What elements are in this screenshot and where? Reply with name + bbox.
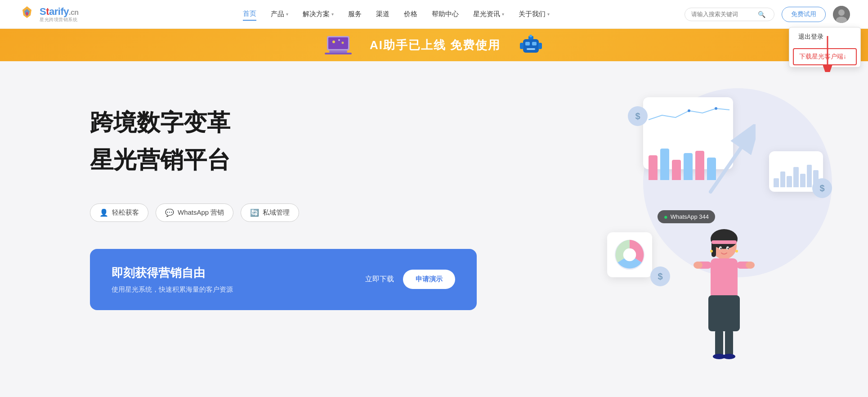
mini-bar-3 (787, 176, 792, 187)
svg-rect-13 (329, 50, 347, 53)
svg-point-37 (746, 262, 755, 269)
hero-title-line2: 星光营销平台 (90, 144, 553, 176)
hero-section: 跨境数字变革 星光营销平台 👤 轻松获客 💬 WhatsApp 营销 🔄 私域管… (0, 61, 553, 376)
nav-item-solutions[interactable]: 解决方案 ▾ (303, 8, 334, 20)
cta-left: 即刻获得营销自由 使用星光系统，快速积累海量的客户资源 (112, 265, 233, 294)
search-box[interactable]: 🔍 (685, 8, 774, 21)
pie-chart-card (607, 232, 652, 277)
woman-illustration (679, 223, 769, 367)
banner-robot-icon (519, 34, 543, 56)
nav-item-products[interactable]: 产品 ▾ (271, 8, 288, 20)
svg-point-23 (688, 109, 690, 112)
pie-chart (613, 237, 647, 273)
svg-rect-14 (325, 53, 352, 54)
nav-item-about[interactable]: 关于我们 ▾ (519, 8, 550, 20)
tag-private-domain[interactable]: 🔄 私域管理 (241, 203, 299, 222)
whatsapp-badge: ● WhatsApp 344 (658, 210, 715, 223)
svg-point-36 (694, 262, 702, 269)
svg-point-4 (838, 9, 845, 16)
svg-rect-33 (711, 258, 738, 299)
whatsapp-badge-icon: ● (664, 213, 668, 221)
whatsapp-badge-text: WhatsApp 344 (671, 213, 709, 220)
bar-4 (684, 153, 693, 180)
banner-text: AI助手已上线 免费使用 (370, 37, 501, 53)
nav-item-channel[interactable]: 渠道 (376, 8, 389, 20)
svg-rect-38 (708, 295, 740, 331)
mini-bar-1 (774, 178, 779, 187)
nav-item-help[interactable]: 帮助中心 (432, 8, 459, 20)
search-icon: 🔍 (758, 11, 765, 18)
free-trial-button[interactable]: 免费试用 (782, 7, 826, 22)
svg-rect-18 (527, 48, 535, 50)
main-nav: 首页 产品 ▾ 解决方案 ▾ 服务 渠道 价格 帮助中心 星光资讯 ▾ 关于我们… (108, 8, 685, 21)
svg-point-44 (735, 250, 738, 253)
cta-right: 立即下载 申请演示 (365, 270, 455, 289)
nav-item-news[interactable]: 星光资讯 ▾ (473, 8, 504, 20)
svg-point-47 (720, 248, 722, 249)
search-input[interactable] (691, 11, 754, 18)
cta-title: 即刻获得营销自由 (112, 265, 233, 281)
svg-point-24 (715, 107, 717, 110)
svg-rect-9 (328, 37, 348, 49)
trend-arrow-svg (702, 124, 756, 196)
logo-sub-text: 星光跨境营销系统 (40, 17, 79, 22)
chevron-down-icon: ▾ (502, 12, 504, 17)
woman-figure (679, 223, 769, 367)
header-right: 🔍 免费试用 (685, 6, 850, 23)
main-content: 跨境数字变革 星光营销平台 👤 轻松获客 💬 WhatsApp 营销 🔄 私域管… (0, 61, 868, 376)
chevron-down-icon: ▾ (547, 12, 550, 17)
svg-point-11 (338, 39, 340, 41)
bar-2 (660, 149, 669, 180)
svg-point-12 (341, 42, 344, 44)
header: Starify.cn 星光跨境营销系统 首页 产品 ▾ 解决方案 ▾ 服务 渠道… (0, 0, 868, 29)
logo-text: Starify.cn 星光跨境营销系统 (40, 6, 79, 22)
cta-download-link[interactable]: 立即下载 (365, 275, 394, 284)
chevron-down-icon: ▾ (331, 12, 334, 17)
svg-point-48 (728, 248, 729, 249)
red-arrow-indicator (814, 36, 841, 74)
cta-card: 即刻获得营销自由 使用星光系统，快速积累海量的客户资源 立即下载 申请演示 (90, 249, 477, 310)
nav-item-service[interactable]: 服务 (348, 8, 362, 20)
svg-rect-16 (525, 42, 530, 45)
tag-whatsapp-marketing[interactable]: 💬 WhatsApp 营销 (156, 203, 233, 222)
logo-icon (18, 5, 36, 23)
cta-demo-button[interactable]: 申请演示 (403, 270, 455, 289)
chevron-down-icon: ▾ (286, 12, 288, 17)
dollar-icon-1: $ (628, 106, 648, 126)
dollar-icon-2: $ (812, 178, 832, 198)
logo-main-text: Starify.cn (40, 6, 79, 17)
svg-point-42 (723, 354, 735, 359)
trend-arrow (702, 124, 756, 198)
banner-laptop-icon (325, 34, 352, 56)
ai-banner: AI助手已上线 免费使用 (0, 29, 868, 61)
mini-bar-5 (800, 174, 805, 187)
logo[interactable]: Starify.cn 星光跨境营销系统 (18, 5, 108, 23)
svg-rect-32 (711, 240, 737, 244)
svg-rect-22 (538, 43, 542, 49)
svg-rect-15 (523, 39, 539, 53)
person-icon: 👤 (99, 208, 108, 217)
mini-bar-6 (807, 165, 812, 187)
mini-bar-2 (780, 171, 786, 187)
mini-bar-4 (793, 167, 799, 187)
avatar[interactable] (833, 6, 850, 23)
svg-point-10 (332, 41, 335, 43)
dollar-icon-3: $ (650, 266, 670, 286)
svg-point-43 (710, 250, 713, 253)
nav-item-pricing[interactable]: 价格 (404, 8, 417, 20)
feature-tags: 👤 轻松获客 💬 WhatsApp 营销 🔄 私域管理 (90, 203, 553, 222)
refresh-icon: 🔄 (250, 208, 259, 217)
svg-rect-40 (725, 329, 733, 356)
tag-easy-customer[interactable]: 👤 轻松获客 (90, 203, 148, 222)
svg-point-26 (623, 248, 636, 262)
bar-3 (672, 160, 681, 180)
whatsapp-icon: 💬 (165, 208, 174, 217)
bar-1 (649, 155, 658, 180)
svg-rect-39 (715, 329, 723, 356)
right-illustration: $ $ $ (553, 61, 868, 376)
svg-line-28 (711, 133, 751, 192)
svg-rect-21 (520, 43, 523, 49)
cta-subtitle: 使用星光系统，快速积累海量的客户资源 (112, 285, 233, 294)
svg-point-20 (529, 35, 532, 37)
nav-item-home[interactable]: 首页 (243, 8, 256, 21)
